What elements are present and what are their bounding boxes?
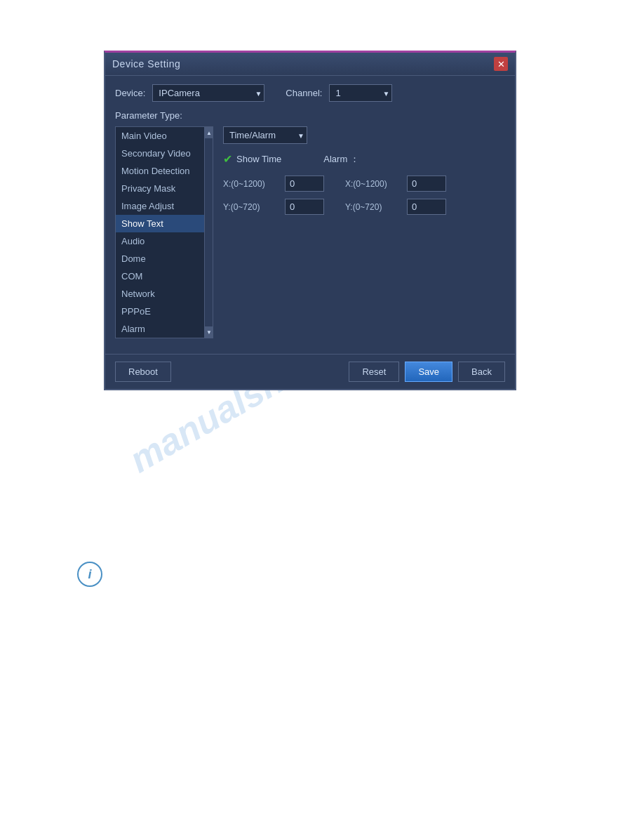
nav-scrollbar: ▲ ▼ [204,127,213,338]
content-area: Main Video Secondary Video Motion Detect… [115,126,505,338]
show-time-row: ✔ Show Time Alarm ： [223,152,505,166]
channel-select[interactable]: 1 [329,84,392,102]
alarm-x-input[interactable] [407,176,446,192]
time-y-row: Y:(0~720) [223,199,324,215]
show-time-checkmark-icon: ✔ [223,152,232,166]
info-icon: i [77,562,105,590]
nav-item-audio[interactable]: Audio [116,232,213,250]
button-row: Reboot Reset Save Back [105,354,515,389]
save-button[interactable]: Save [405,362,452,382]
type-select-wrapper: Time/Alarm Text ▼ [223,126,307,144]
time-y-label: Y:(0~720) [223,202,279,212]
nav-item-show-text[interactable]: Show Text [116,215,213,232]
alarm-x-row: X:(0~1200) [345,176,446,192]
device-select-wrapper: IPCamera ▼ [152,84,264,102]
nav-item-com[interactable]: COM [116,267,213,285]
reboot-button[interactable]: Reboot [115,362,171,382]
time-coords-col: X:(0~1200) Y:(0~720) [223,176,324,215]
scroll-down-button[interactable]: ▼ [205,326,213,338]
scroll-up-button[interactable]: ▲ [205,127,213,138]
alarm-label: Alarm ： [323,153,359,166]
back-button[interactable]: Back [458,362,505,382]
param-type-label: Parameter Type: [115,110,505,121]
reset-button[interactable]: Reset [349,362,399,382]
channel-select-wrapper: 1 ▼ [329,84,392,102]
nav-item-network[interactable]: Network [116,285,213,303]
type-row: Time/Alarm Text ▼ [223,126,505,144]
alarm-coords-col: X:(0~1200) Y:(0~720) [345,176,446,215]
nav-item-pppoe[interactable]: PPPoE [116,303,213,320]
show-time-label: Show Time [236,154,281,164]
device-label: Device: [115,88,145,98]
device-select[interactable]: IPCamera [152,84,264,102]
nav-item-secondary-video[interactable]: Secondary Video [116,145,213,162]
alarm-y-input[interactable] [407,199,446,215]
alarm-y-row: Y:(0~720) [345,199,446,215]
dialog-body: Device: IPCamera ▼ Channel: 1 ▼ Paramete… [105,76,515,347]
time-y-input[interactable] [285,199,324,215]
time-x-row: X:(0~1200) [223,176,324,192]
device-row: Device: IPCamera ▼ Channel: 1 ▼ [115,84,505,102]
nav-item-alarm[interactable]: Alarm [116,320,213,338]
dialog-titlebar: Device Setting ✕ [105,53,515,76]
nav-item-main-video[interactable]: Main Video [116,127,213,145]
coord-section: X:(0~1200) Y:(0~720) X:(0~1200) [223,176,505,215]
time-x-label: X:(0~1200) [223,179,279,189]
dialog-title: Device Setting [112,58,180,70]
type-select[interactable]: Time/Alarm Text [223,126,307,144]
nav-item-privacy-mask[interactable]: Privacy Mask [116,180,213,197]
nav-item-image-adjust[interactable]: Image Adjust [116,197,213,215]
time-x-input[interactable] [285,176,324,192]
alarm-y-label: Y:(0~720) [345,202,401,212]
alarm-x-label: X:(0~1200) [345,179,401,189]
nav-item-dome[interactable]: Dome [116,250,213,267]
channel-label: Channel: [286,88,322,98]
close-button[interactable]: ✕ [494,57,508,71]
info-circle-icon: i [77,562,102,587]
nav-list: Main Video Secondary Video Motion Detect… [115,126,213,338]
nav-item-motion-detection[interactable]: Motion Detection [116,162,213,180]
device-setting-dialog: Device Setting ✕ Device: IPCamera ▼ Chan… [104,51,516,390]
right-panel: Time/Alarm Text ▼ ✔ Show Time Alarm ： [213,126,505,338]
